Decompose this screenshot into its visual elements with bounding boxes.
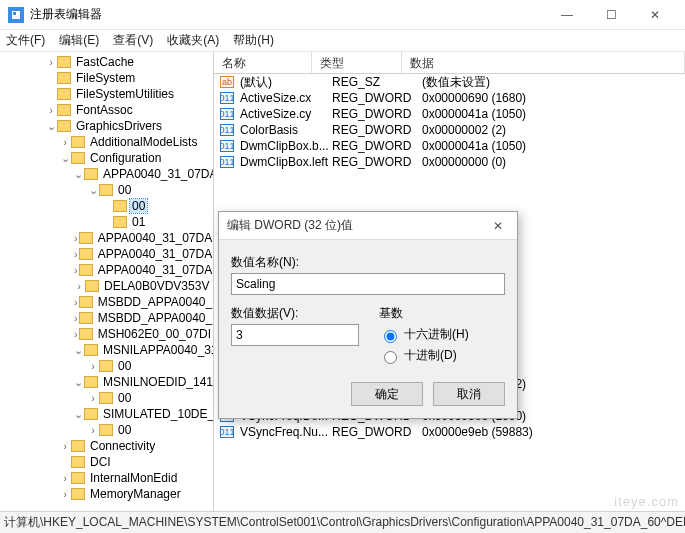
registry-tree[interactable]: ›FastCacheFileSystemFileSystemUtilities›… — [0, 52, 214, 511]
chevron-right-icon[interactable]: › — [60, 488, 70, 500]
value-type: REG_DWORD — [332, 91, 422, 105]
tree-node[interactable]: FileSystem — [0, 70, 213, 86]
menu-favorites[interactable]: 收藏夹(A) — [167, 32, 219, 49]
chevron-right-icon[interactable]: › — [74, 328, 78, 340]
tree-node[interactable]: ›MSH062E0_00_07DI — [0, 326, 213, 342]
chevron-right-icon[interactable]: › — [74, 296, 78, 308]
tree-node[interactable]: ›APPA0040_31_07DA — [0, 262, 213, 278]
chevron-down-icon[interactable]: ⌄ — [60, 152, 70, 165]
tree-node[interactable]: ›00 — [0, 390, 213, 406]
tree-node[interactable]: ⌄GraphicsDrivers — [0, 118, 213, 134]
tree-node[interactable]: ⌄APPA0040_31_07DA — [0, 166, 213, 182]
folder-icon — [57, 72, 71, 84]
folder-icon — [79, 248, 93, 260]
chevron-right-icon[interactable]: › — [88, 424, 98, 436]
chevron-right-icon[interactable]: › — [74, 264, 78, 276]
list-item[interactable]: 011VSyncFreq.Nu...REG_DWORD0x0000e9eb (5… — [214, 424, 685, 440]
col-header-data[interactable]: 数据 — [402, 52, 685, 73]
chevron-down-icon[interactable]: ⌄ — [74, 168, 83, 181]
tree-node[interactable]: ⌄MSNILAPPA0040_31 — [0, 342, 213, 358]
tree-node[interactable]: ›MSBDD_APPA0040_ — [0, 310, 213, 326]
chevron-right-icon[interactable]: › — [60, 472, 70, 484]
col-header-type[interactable]: 类型 — [312, 52, 402, 73]
tree-node-label: MemoryManager — [88, 487, 183, 501]
tree-node[interactable]: ›InternalMonEdid — [0, 470, 213, 486]
tree-node[interactable]: DCI — [0, 454, 213, 470]
value-type: REG_DWORD — [332, 123, 422, 137]
value-type: REG_DWORD — [332, 155, 422, 169]
chevron-right-icon[interactable]: › — [74, 280, 84, 292]
menu-file[interactable]: 文件(F) — [6, 32, 45, 49]
tree-node[interactable]: ⌄SIMULATED_10DE_0 — [0, 406, 213, 422]
tree-node[interactable]: ›DELA0B0VDV353V — [0, 278, 213, 294]
tree-node[interactable]: ›MemoryManager — [0, 486, 213, 502]
radio-hex[interactable] — [384, 330, 397, 343]
folder-icon — [99, 360, 113, 372]
window-minimize-button[interactable]: — — [545, 2, 589, 28]
menu-view[interactable]: 查看(V) — [113, 32, 153, 49]
chevron-down-icon[interactable]: ⌄ — [74, 376, 83, 389]
folder-icon — [71, 136, 85, 148]
window-close-button[interactable]: ✕ — [633, 2, 677, 28]
chevron-right-icon[interactable]: › — [60, 440, 70, 452]
chevron-down-icon[interactable]: ⌄ — [74, 408, 83, 421]
chevron-down-icon[interactable]: ⌄ — [88, 184, 98, 197]
list-item[interactable]: 011ColorBasisREG_DWORD0x00000002 (2) — [214, 122, 685, 138]
chevron-right-icon[interactable]: › — [74, 232, 78, 244]
list-item[interactable]: 011ActiveSize.cyREG_DWORD0x0000041a (105… — [214, 106, 685, 122]
value-data-label: 数值数据(V): — [231, 305, 359, 322]
tree-node[interactable]: ›FastCache — [0, 54, 213, 70]
menu-help[interactable]: 帮助(H) — [233, 32, 274, 49]
value-data-input[interactable] — [231, 324, 359, 346]
value-data: 0x0000041a (1050) — [422, 139, 685, 153]
menu-edit[interactable]: 编辑(E) — [59, 32, 99, 49]
tree-node[interactable]: 00 — [0, 198, 213, 214]
radio-dec[interactable] — [384, 351, 397, 364]
tree-node[interactable]: ›MSBDD_APPA0040_ — [0, 294, 213, 310]
value-data: 0x0000e9eb (59883) — [422, 425, 685, 439]
dword-icon: 011 — [220, 140, 234, 152]
cancel-button[interactable]: 取消 — [433, 382, 505, 406]
list-item[interactable]: 011DwmClipBox.leftREG_DWORD0x00000000 (0… — [214, 154, 685, 170]
tree-node-label: Configuration — [88, 151, 163, 165]
tree-node[interactable]: FileSystemUtilities — [0, 86, 213, 102]
tree-node[interactable]: ›APPA0040_31_07DA — [0, 246, 213, 262]
window-maximize-button[interactable]: ☐ — [589, 2, 633, 28]
dialog-title: 编辑 DWORD (32 位)值 — [227, 217, 487, 234]
ok-button[interactable]: 确定 — [351, 382, 423, 406]
tree-node[interactable]: ⌄Configuration — [0, 150, 213, 166]
folder-icon — [79, 328, 93, 340]
tree-node-label: DCI — [88, 455, 113, 469]
folder-icon — [71, 440, 85, 452]
value-name: ActiveSize.cx — [240, 91, 332, 105]
col-header-name[interactable]: 名称 — [214, 52, 312, 73]
dialog-close-button[interactable]: ✕ — [487, 217, 509, 235]
tree-node[interactable]: 01 — [0, 214, 213, 230]
folder-icon — [57, 104, 71, 116]
tree-node[interactable]: ⌄MSNILNOEDID_141 — [0, 374, 213, 390]
list-item[interactable]: ab(默认)REG_SZ(数值未设置) — [214, 74, 685, 90]
tree-node[interactable]: ›APPA0040_31_07DA — [0, 230, 213, 246]
folder-icon — [79, 232, 93, 244]
chevron-right-icon[interactable]: › — [88, 360, 98, 372]
folder-icon — [71, 472, 85, 484]
tree-node[interactable]: ⌄00 — [0, 182, 213, 198]
chevron-right-icon[interactable]: › — [88, 392, 98, 404]
tree-node[interactable]: ›AdditionalModeLists — [0, 134, 213, 150]
chevron-right-icon[interactable]: › — [46, 104, 56, 116]
chevron-right-icon[interactable]: › — [74, 248, 78, 260]
tree-node[interactable]: ›FontAssoc — [0, 102, 213, 118]
value-name-input[interactable] — [231, 273, 505, 295]
chevron-down-icon[interactable]: ⌄ — [74, 344, 83, 357]
list-item[interactable]: 011ActiveSize.cxREG_DWORD0x00000690 (168… — [214, 90, 685, 106]
tree-node[interactable]: ›00 — [0, 358, 213, 374]
tree-node[interactable]: ›00 — [0, 422, 213, 438]
chevron-right-icon[interactable]: › — [74, 312, 78, 324]
value-name: (默认) — [240, 74, 332, 91]
chevron-down-icon[interactable]: ⌄ — [46, 120, 56, 133]
chevron-right-icon[interactable]: › — [60, 136, 70, 148]
chevron-right-icon[interactable]: › — [46, 56, 56, 68]
tree-node[interactable]: ›Connectivity — [0, 438, 213, 454]
tree-node-label: MSBDD_APPA0040_ — [96, 311, 214, 325]
list-item[interactable]: 011DwmClipBox.b...REG_DWORD0x0000041a (1… — [214, 138, 685, 154]
